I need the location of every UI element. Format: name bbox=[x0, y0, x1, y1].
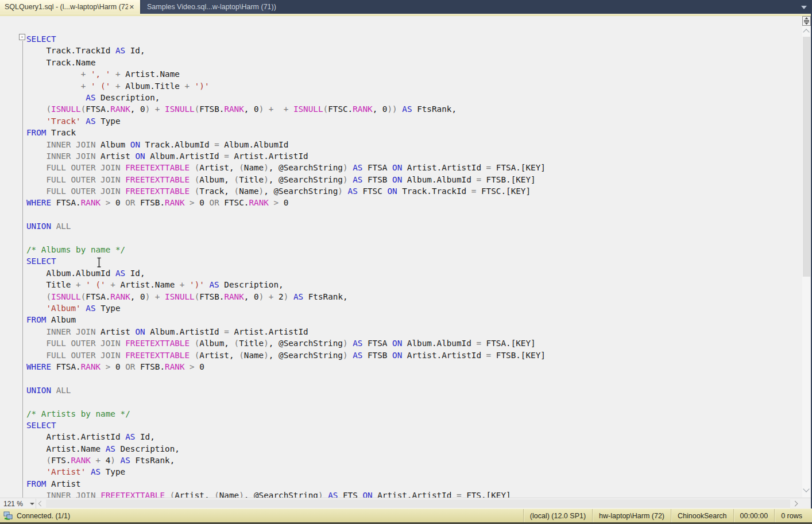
code-line[interactable]: INNER JOIN Artist ON Album.ArtistId = Ar… bbox=[26, 150, 546, 162]
code-line[interactable]: FROM Track bbox=[26, 127, 546, 138]
scroll-up-icon[interactable] bbox=[803, 29, 809, 35]
outline-guide-line bbox=[22, 41, 23, 498]
status-elapsed-time: 00:00:00 bbox=[733, 509, 775, 522]
code-line[interactable] bbox=[26, 232, 546, 244]
code-line[interactable]: FULL OUTER JOIN FREETEXTTABLE (Artist, (… bbox=[26, 350, 546, 361]
scroll-right-icon[interactable] bbox=[792, 501, 798, 507]
scroll-left-icon[interactable] bbox=[38, 501, 44, 507]
code-line[interactable]: SELECT bbox=[26, 33, 546, 45]
status-login: hw-laptop\Harm (72) bbox=[592, 509, 671, 522]
code-line[interactable]: WHERE FTSA.RANK > 0 OR FTSB.RANK > 0 bbox=[26, 361, 546, 372]
connected-icon bbox=[3, 511, 13, 521]
vertical-scrollbar-thumb[interactable] bbox=[803, 37, 810, 277]
code-line[interactable]: SELECT bbox=[26, 420, 546, 431]
code-line[interactable]: Artist.ArtistId AS Id, bbox=[26, 431, 546, 443]
code-line[interactable]: FROM Artist bbox=[26, 478, 546, 490]
horizontal-scrollbar[interactable] bbox=[46, 499, 790, 509]
code-line[interactable]: (ISNULL(FTSA.RANK, 0) + ISNULL(FTSB.RANK… bbox=[26, 103, 546, 115]
code-line[interactable]: (ISNULL(FTSA.RANK, 0) + ISNULL(FTSB.RANK… bbox=[26, 291, 546, 302]
code-line[interactable]: /* Albums by name */ bbox=[26, 244, 546, 255]
scroll-down-icon[interactable] bbox=[803, 486, 809, 492]
code-line[interactable] bbox=[26, 372, 546, 384]
code-line[interactable]: Track.TrackId AS Id, bbox=[26, 45, 546, 56]
editor-bottom-bar: 121 % bbox=[0, 498, 811, 509]
connection-status-text: Connected. (1/1) bbox=[17, 512, 70, 520]
status-row-count: 0 rows bbox=[774, 509, 809, 522]
close-icon[interactable]: ✕ bbox=[128, 3, 136, 11]
code-line[interactable]: Title + ' (' + Artist.Name + ')' AS Desc… bbox=[26, 279, 546, 290]
code-line[interactable]: INNER JOIN Album ON Track.AlbumId = Albu… bbox=[26, 139, 546, 150]
code-line[interactable]: Album.AlbumId AS Id, bbox=[26, 267, 546, 279]
code-line[interactable]: 'Artist' AS Type bbox=[26, 466, 546, 478]
code-line[interactable]: FULL OUTER JOIN FREETEXTTABLE (Artist, (… bbox=[26, 162, 546, 173]
vertical-scrollbar[interactable] bbox=[802, 16, 811, 498]
code-line[interactable]: /* Artists by name */ bbox=[26, 408, 546, 420]
code-line[interactable]: (FTS.RANK + 4) AS FtsRank, bbox=[26, 455, 546, 466]
code-line[interactable]: FROM Album bbox=[26, 314, 546, 325]
code-line[interactable]: INNER JOIN FREETEXTTABLE (Artist, (Name)… bbox=[26, 490, 546, 498]
code-line[interactable]: FULL OUTER JOIN FREETEXTTABLE (Album, (T… bbox=[26, 174, 546, 185]
tab-list-dropdown-icon[interactable] bbox=[801, 6, 807, 9]
tab-label: SQLQuery1.sql - (l...w-laptop\Harm (72)) bbox=[5, 3, 128, 11]
status-database: ChinookSearch bbox=[671, 509, 733, 522]
code-line[interactable]: 'Album' AS Type bbox=[26, 302, 546, 314]
zoom-level-value: 121 % bbox=[3, 500, 23, 508]
code-line[interactable]: 'Track' AS Type bbox=[26, 115, 546, 127]
status-server: (local) (12.0 SP1) bbox=[523, 509, 592, 522]
connection-status: Connected. (1/1) bbox=[0, 511, 70, 521]
zoom-dropdown-caret-icon[interactable] bbox=[30, 503, 34, 505]
text-ibeam-cursor bbox=[96, 257, 102, 270]
status-bar: Connected. (1/1) (local) (12.0 SP1) hw-l… bbox=[0, 509, 812, 524]
tab-label: Samples Video.sql...w-laptop\Harm (71)) bbox=[147, 3, 276, 11]
code-line[interactable]: AS Description, bbox=[26, 92, 546, 103]
code-line[interactable]: UNION ALL bbox=[26, 220, 546, 232]
code-line[interactable]: Track.Name bbox=[26, 57, 546, 68]
code-line[interactable] bbox=[26, 396, 546, 407]
zoom-level-dropdown[interactable]: 121 % bbox=[3, 499, 23, 508]
code-line[interactable]: FULL OUTER JOIN FREETEXTTABLE (Track, (N… bbox=[26, 185, 546, 197]
separator bbox=[36, 499, 36, 509]
ssms-window: SQLQuery1.sql - (l...w-laptop\Harm (72))… bbox=[0, 0, 812, 524]
editor-splitter-handle[interactable] bbox=[802, 16, 811, 26]
code-line[interactable]: SELECT bbox=[26, 255, 546, 267]
document-tab-bar: SQLQuery1.sql - (l...w-laptop\Harm (72))… bbox=[0, 0, 812, 14]
status-right-group: (local) (12.0 SP1) hw-laptop\Harm (72) C… bbox=[523, 509, 812, 522]
sql-editor[interactable]: - SELECT Track.TrackId AS Id, Track.Name… bbox=[0, 16, 811, 498]
code-line[interactable]: Artist.Name AS Description, bbox=[26, 443, 546, 455]
code-line[interactable]: FULL OUTER JOIN FREETEXTTABLE (Album, (T… bbox=[26, 337, 546, 349]
code-line[interactable]: + ', ' + Artist.Name bbox=[26, 68, 546, 80]
code-line[interactable]: WHERE FTSA.RANK > 0 OR FTSB.RANK > 0 OR … bbox=[26, 197, 546, 208]
horizontal-scrollbar-thumb[interactable] bbox=[46, 499, 790, 508]
fold-collapse-box[interactable]: - bbox=[19, 34, 25, 40]
code-line[interactable]: INNER JOIN Artist ON Album.ArtistId = Ar… bbox=[26, 326, 546, 337]
code-line[interactable] bbox=[26, 209, 546, 220]
tab-samples-video[interactable]: Samples Video.sql...w-laptop\Harm (71)) bbox=[141, 0, 270, 14]
code-line[interactable]: UNION ALL bbox=[26, 385, 546, 396]
code-line[interactable]: + ' (' + Album.Title + ')' bbox=[26, 80, 546, 92]
tab-sqlquery1[interactable]: SQLQuery1.sql - (l...w-laptop\Harm (72))… bbox=[0, 0, 140, 14]
code-area[interactable]: SELECT Track.TrackId AS Id, Track.Name +… bbox=[26, 33, 546, 498]
